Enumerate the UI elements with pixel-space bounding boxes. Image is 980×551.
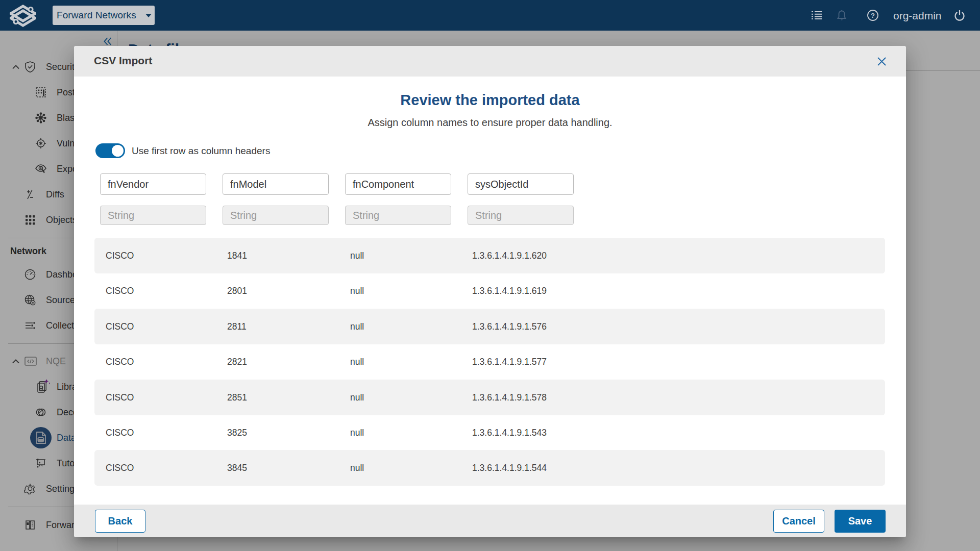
svg-text:?: ?	[871, 12, 875, 19]
